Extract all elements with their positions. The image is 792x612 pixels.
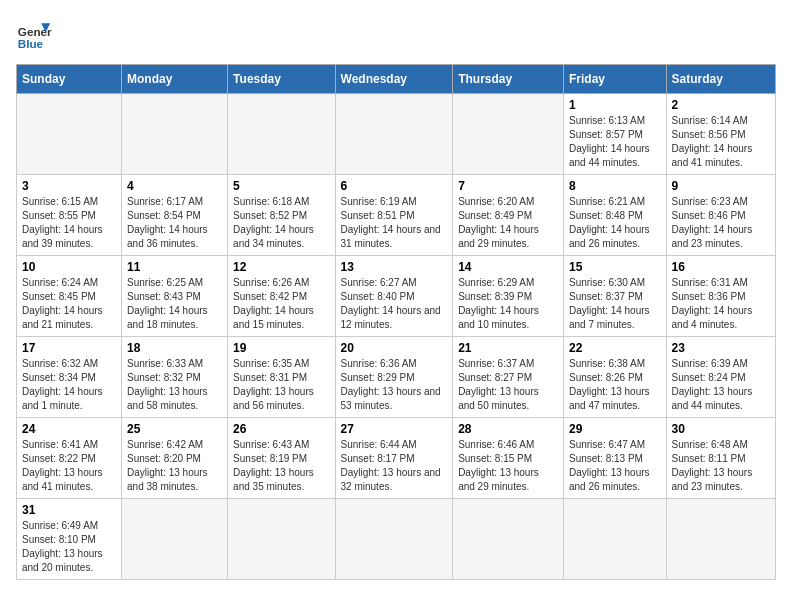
calendar-week-5: 24Sunrise: 6:41 AMSunset: 8:22 PMDayligh… <box>17 418 776 499</box>
day-info: Sunrise: 6:25 AMSunset: 8:43 PMDaylight:… <box>127 276 222 332</box>
day-number: 5 <box>233 179 329 193</box>
calendar-cell <box>453 499 564 580</box>
calendar-cell: 31Sunrise: 6:49 AMSunset: 8:10 PMDayligh… <box>17 499 122 580</box>
logo: General Blue <box>16 16 52 52</box>
day-info: Sunrise: 6:20 AMSunset: 8:49 PMDaylight:… <box>458 195 558 251</box>
day-info: Sunrise: 6:17 AMSunset: 8:54 PMDaylight:… <box>127 195 222 251</box>
calendar-cell: 23Sunrise: 6:39 AMSunset: 8:24 PMDayligh… <box>666 337 775 418</box>
header-row: SundayMondayTuesdayWednesdayThursdayFrid… <box>17 65 776 94</box>
day-info: Sunrise: 6:42 AMSunset: 8:20 PMDaylight:… <box>127 438 222 494</box>
day-info: Sunrise: 6:35 AMSunset: 8:31 PMDaylight:… <box>233 357 329 413</box>
day-number: 19 <box>233 341 329 355</box>
calendar-cell: 3Sunrise: 6:15 AMSunset: 8:55 PMDaylight… <box>17 175 122 256</box>
calendar-week-6: 31Sunrise: 6:49 AMSunset: 8:10 PMDayligh… <box>17 499 776 580</box>
calendar-cell: 25Sunrise: 6:42 AMSunset: 8:20 PMDayligh… <box>122 418 228 499</box>
day-number: 11 <box>127 260 222 274</box>
calendar-cell: 8Sunrise: 6:21 AMSunset: 8:48 PMDaylight… <box>563 175 666 256</box>
day-number: 26 <box>233 422 329 436</box>
calendar-cell: 28Sunrise: 6:46 AMSunset: 8:15 PMDayligh… <box>453 418 564 499</box>
column-header-wednesday: Wednesday <box>335 65 453 94</box>
calendar-cell <box>122 94 228 175</box>
logo-icon: General Blue <box>16 16 52 52</box>
day-info: Sunrise: 6:44 AMSunset: 8:17 PMDaylight:… <box>341 438 448 494</box>
day-info: Sunrise: 6:15 AMSunset: 8:55 PMDaylight:… <box>22 195 116 251</box>
day-info: Sunrise: 6:13 AMSunset: 8:57 PMDaylight:… <box>569 114 661 170</box>
column-header-sunday: Sunday <box>17 65 122 94</box>
calendar-cell: 13Sunrise: 6:27 AMSunset: 8:40 PMDayligh… <box>335 256 453 337</box>
day-number: 1 <box>569 98 661 112</box>
calendar-week-4: 17Sunrise: 6:32 AMSunset: 8:34 PMDayligh… <box>17 337 776 418</box>
column-header-thursday: Thursday <box>453 65 564 94</box>
day-info: Sunrise: 6:30 AMSunset: 8:37 PMDaylight:… <box>569 276 661 332</box>
calendar-cell <box>453 94 564 175</box>
day-info: Sunrise: 6:18 AMSunset: 8:52 PMDaylight:… <box>233 195 329 251</box>
calendar-cell <box>666 499 775 580</box>
calendar-cell: 2Sunrise: 6:14 AMSunset: 8:56 PMDaylight… <box>666 94 775 175</box>
day-number: 16 <box>672 260 770 274</box>
day-number: 15 <box>569 260 661 274</box>
calendar-cell <box>335 499 453 580</box>
calendar-cell: 18Sunrise: 6:33 AMSunset: 8:32 PMDayligh… <box>122 337 228 418</box>
calendar-table: SundayMondayTuesdayWednesdayThursdayFrid… <box>16 64 776 580</box>
calendar-cell: 20Sunrise: 6:36 AMSunset: 8:29 PMDayligh… <box>335 337 453 418</box>
day-number: 6 <box>341 179 448 193</box>
calendar-week-3: 10Sunrise: 6:24 AMSunset: 8:45 PMDayligh… <box>17 256 776 337</box>
day-info: Sunrise: 6:43 AMSunset: 8:19 PMDaylight:… <box>233 438 329 494</box>
calendar-cell: 16Sunrise: 6:31 AMSunset: 8:36 PMDayligh… <box>666 256 775 337</box>
calendar-cell: 11Sunrise: 6:25 AMSunset: 8:43 PMDayligh… <box>122 256 228 337</box>
day-info: Sunrise: 6:37 AMSunset: 8:27 PMDaylight:… <box>458 357 558 413</box>
calendar-cell: 14Sunrise: 6:29 AMSunset: 8:39 PMDayligh… <box>453 256 564 337</box>
calendar-week-2: 3Sunrise: 6:15 AMSunset: 8:55 PMDaylight… <box>17 175 776 256</box>
calendar-cell: 27Sunrise: 6:44 AMSunset: 8:17 PMDayligh… <box>335 418 453 499</box>
calendar-cell <box>228 499 335 580</box>
calendar-cell: 7Sunrise: 6:20 AMSunset: 8:49 PMDaylight… <box>453 175 564 256</box>
day-info: Sunrise: 6:38 AMSunset: 8:26 PMDaylight:… <box>569 357 661 413</box>
page-header: General Blue <box>16 16 776 52</box>
calendar-cell: 22Sunrise: 6:38 AMSunset: 8:26 PMDayligh… <box>563 337 666 418</box>
day-number: 28 <box>458 422 558 436</box>
day-number: 9 <box>672 179 770 193</box>
day-info: Sunrise: 6:21 AMSunset: 8:48 PMDaylight:… <box>569 195 661 251</box>
day-info: Sunrise: 6:41 AMSunset: 8:22 PMDaylight:… <box>22 438 116 494</box>
calendar-cell: 4Sunrise: 6:17 AMSunset: 8:54 PMDaylight… <box>122 175 228 256</box>
calendar-cell: 5Sunrise: 6:18 AMSunset: 8:52 PMDaylight… <box>228 175 335 256</box>
day-number: 14 <box>458 260 558 274</box>
calendar-cell: 29Sunrise: 6:47 AMSunset: 8:13 PMDayligh… <box>563 418 666 499</box>
day-number: 18 <box>127 341 222 355</box>
day-info: Sunrise: 6:14 AMSunset: 8:56 PMDaylight:… <box>672 114 770 170</box>
calendar-cell: 6Sunrise: 6:19 AMSunset: 8:51 PMDaylight… <box>335 175 453 256</box>
day-info: Sunrise: 6:26 AMSunset: 8:42 PMDaylight:… <box>233 276 329 332</box>
day-info: Sunrise: 6:27 AMSunset: 8:40 PMDaylight:… <box>341 276 448 332</box>
day-number: 3 <box>22 179 116 193</box>
calendar-cell: 24Sunrise: 6:41 AMSunset: 8:22 PMDayligh… <box>17 418 122 499</box>
calendar-cell: 9Sunrise: 6:23 AMSunset: 8:46 PMDaylight… <box>666 175 775 256</box>
day-number: 22 <box>569 341 661 355</box>
calendar-week-1: 1Sunrise: 6:13 AMSunset: 8:57 PMDaylight… <box>17 94 776 175</box>
calendar-cell: 19Sunrise: 6:35 AMSunset: 8:31 PMDayligh… <box>228 337 335 418</box>
day-info: Sunrise: 6:36 AMSunset: 8:29 PMDaylight:… <box>341 357 448 413</box>
calendar-cell: 15Sunrise: 6:30 AMSunset: 8:37 PMDayligh… <box>563 256 666 337</box>
svg-text:Blue: Blue <box>18 37 44 50</box>
day-number: 29 <box>569 422 661 436</box>
day-info: Sunrise: 6:19 AMSunset: 8:51 PMDaylight:… <box>341 195 448 251</box>
day-number: 17 <box>22 341 116 355</box>
calendar-cell <box>17 94 122 175</box>
column-header-monday: Monday <box>122 65 228 94</box>
day-info: Sunrise: 6:39 AMSunset: 8:24 PMDaylight:… <box>672 357 770 413</box>
day-number: 25 <box>127 422 222 436</box>
calendar-cell: 10Sunrise: 6:24 AMSunset: 8:45 PMDayligh… <box>17 256 122 337</box>
day-number: 21 <box>458 341 558 355</box>
calendar-cell <box>335 94 453 175</box>
calendar-cell: 30Sunrise: 6:48 AMSunset: 8:11 PMDayligh… <box>666 418 775 499</box>
calendar-cell: 17Sunrise: 6:32 AMSunset: 8:34 PMDayligh… <box>17 337 122 418</box>
day-number: 23 <box>672 341 770 355</box>
calendar-cell: 21Sunrise: 6:37 AMSunset: 8:27 PMDayligh… <box>453 337 564 418</box>
day-info: Sunrise: 6:29 AMSunset: 8:39 PMDaylight:… <box>458 276 558 332</box>
day-info: Sunrise: 6:47 AMSunset: 8:13 PMDaylight:… <box>569 438 661 494</box>
calendar-cell <box>122 499 228 580</box>
day-number: 2 <box>672 98 770 112</box>
calendar-cell: 1Sunrise: 6:13 AMSunset: 8:57 PMDaylight… <box>563 94 666 175</box>
column-header-saturday: Saturday <box>666 65 775 94</box>
day-number: 7 <box>458 179 558 193</box>
day-number: 10 <box>22 260 116 274</box>
